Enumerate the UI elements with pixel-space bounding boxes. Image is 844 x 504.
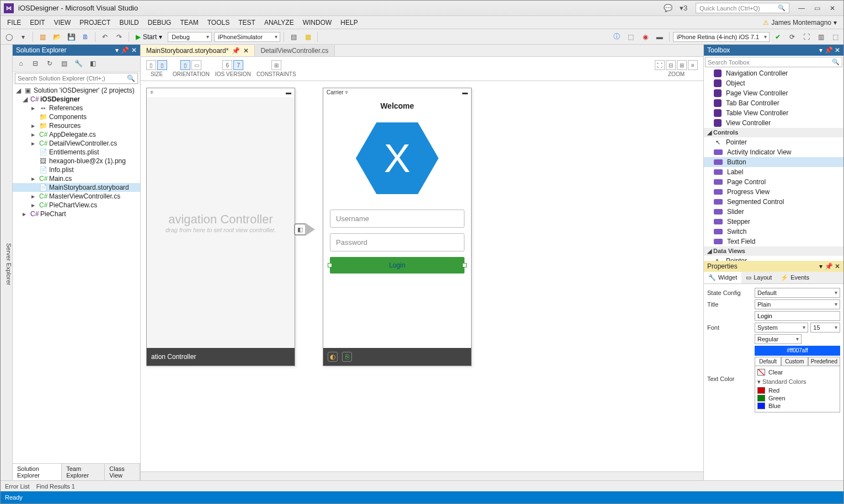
toolbar-icon[interactable]: ▥	[815, 31, 827, 43]
toolbox-item[interactable]: Button	[704, 157, 843, 167]
menu-file[interactable]: FILE	[3, 17, 25, 29]
menu-test[interactable]: TEST	[234, 17, 260, 29]
menu-analyze[interactable]: ANALYZE	[260, 17, 298, 29]
quick-launch-input[interactable]: Quick Launch (Ctrl+Q) 🔍	[696, 3, 789, 13]
undo-button[interactable]: ↶	[99, 31, 111, 43]
project-node[interactable]: ◢C#iOSDesigner	[13, 95, 140, 104]
toolbar-icon[interactable]: ⛶	[800, 31, 813, 43]
tree-item[interactable]: 📄Entitlements.plist	[13, 148, 140, 157]
tree-item[interactable]: 📁Components	[13, 112, 140, 121]
close-icon[interactable]: ✕	[243, 47, 249, 55]
toolbox-item[interactable]: View Controller	[704, 118, 843, 128]
tab-events[interactable]: ⚡Events	[776, 272, 814, 283]
solution-tree[interactable]: ◢▣Solution 'iOSDesigner' (2 projects) ◢C…	[13, 85, 140, 463]
open-file-button[interactable]: 📂	[51, 31, 63, 43]
menu-help[interactable]: HELP	[336, 17, 362, 29]
toolbar-icon[interactable]: ▬	[654, 31, 666, 43]
state-config-dropdown[interactable]: Default	[755, 288, 840, 298]
close-icon[interactable]: ✕	[131, 46, 137, 54]
server-explorer-collapsed[interactable]: Server Explorer	[1, 45, 13, 480]
toolbox-item[interactable]: Activity Indicator View	[704, 147, 843, 157]
info-icon[interactable]: ⓘ	[611, 31, 623, 43]
home-icon[interactable]: ⌂	[15, 57, 27, 69]
toolbox-item[interactable]: Object	[704, 78, 843, 88]
tree-item[interactable]: ▸C#MasterViewController.cs	[13, 192, 140, 201]
tree-item[interactable]: ▸C#PieChartView.cs	[13, 201, 140, 210]
solution-search-input[interactable]	[15, 73, 125, 83]
tab-solution-explorer[interactable]: Solution Explorer	[13, 464, 62, 480]
tree-item[interactable]: ▸📁Resources	[13, 121, 140, 130]
scene-icon[interactable]: ◐	[328, 352, 338, 362]
login-button[interactable]: Login	[330, 257, 464, 274]
tree-item[interactable]: ▸C#AppDelegate.cs	[13, 130, 140, 139]
nav-back-button[interactable]: ◯	[3, 31, 15, 43]
toolbar-icon[interactable]: ⟳	[786, 31, 798, 43]
tab-class-view[interactable]: Class View	[105, 464, 140, 480]
title-text-input[interactable]	[755, 311, 840, 321]
solution-node[interactable]: ◢▣Solution 'iOSDesigner' (2 projects)	[13, 86, 140, 95]
menu-team[interactable]: TEAM	[175, 17, 202, 29]
tree-item[interactable]: ▸▪▪References	[13, 104, 140, 112]
new-project-button[interactable]: ▥	[36, 31, 49, 43]
toolbox-item[interactable]: ↖Pointer	[704, 137, 843, 147]
menu-window[interactable]: WINDOW	[298, 17, 336, 29]
pin-icon[interactable]: 📌	[825, 46, 833, 54]
toolbox-category[interactable]: ◢ Controls	[704, 128, 843, 137]
menu-tools[interactable]: TOOLS	[203, 17, 234, 29]
toolbox-list[interactable]: Navigation ControllerObjectPage View Con…	[704, 68, 843, 261]
tab-widget[interactable]: 🔧Widget	[704, 272, 741, 283]
welcome-scene[interactable]: Carrier ᯤ▬ Welcome X Username Password L…	[323, 88, 472, 366]
toolbox-item[interactable]: Switch	[704, 227, 843, 237]
feedback-icon[interactable]: 💬	[661, 3, 675, 13]
storyboard-canvas[interactable]: ᯤ▬ avigation Controller drag from here t…	[141, 81, 703, 471]
exit-icon[interactable]: ⎘	[342, 352, 352, 362]
toolbox-item[interactable]: Text Field	[704, 237, 843, 246]
tab-layout[interactable]: ▭Layout	[741, 272, 776, 283]
toolbox-item[interactable]: Page View Controller	[704, 88, 843, 98]
toolbox-item[interactable]: Slider	[704, 207, 843, 217]
toolbox-item[interactable]: Navigation Controller	[704, 68, 843, 78]
color-tab-predefined[interactable]: Predefined	[808, 357, 840, 366]
menu-view[interactable]: VIEW	[50, 17, 76, 29]
menu-debug[interactable]: DEBUG	[143, 17, 176, 29]
username-placeholder[interactable]: Username	[330, 210, 464, 228]
toolbar-icon[interactable]: ⬚	[829, 31, 841, 43]
save-button[interactable]: 💾	[65, 31, 77, 43]
toolbox-item[interactable]: Page Control	[704, 177, 843, 187]
tab-team-explorer[interactable]: Team Explorer	[62, 464, 105, 480]
password-placeholder[interactable]: Password	[330, 233, 464, 251]
horizontal-scrollbar[interactable]	[141, 471, 703, 480]
restore-button[interactable]: ▭	[809, 3, 825, 14]
preview-icon[interactable]: ◧	[87, 57, 99, 69]
device-dropdown[interactable]: iPhone Retina (4-inch) iOS 7.1	[673, 32, 770, 42]
solution-search[interactable]: 🔍	[15, 73, 138, 84]
color-clear[interactable]: Clear	[757, 368, 837, 376]
font-weight-dropdown[interactable]: Regular	[755, 334, 802, 344]
close-button[interactable]: ✕	[825, 3, 840, 14]
toolbox-category[interactable]: ◢ Data Views	[704, 246, 843, 256]
toolbox-item[interactable]: Stepper	[704, 217, 843, 227]
toolbox-item[interactable]: Table View Controller	[704, 108, 843, 118]
project-node[interactable]: ▸C#PieChart	[13, 210, 140, 218]
tree-item[interactable]: ▸C#DetailViewController.cs	[13, 139, 140, 148]
size-group[interactable]: ▯▯ SIZE	[146, 60, 167, 77]
nav-fwd-button[interactable]: ▾	[17, 31, 29, 43]
toolbox-item[interactable]: Segmented Control	[704, 197, 843, 207]
font-family-dropdown[interactable]: System	[755, 323, 808, 333]
tab-error-list[interactable]: Error List	[5, 483, 30, 490]
close-icon[interactable]: ✕	[835, 262, 840, 270]
platform-dropdown[interactable]: iPhoneSimulator	[214, 32, 280, 42]
toolbox-search[interactable]: Search Toolbox🔍	[705, 57, 842, 67]
tree-item[interactable]: 📄MainStoryboard.storyboard	[13, 183, 140, 192]
tree-item[interactable]: ▸C#Main.cs	[13, 174, 140, 183]
toolbar-icon[interactable]: ⬚	[625, 31, 637, 43]
color-option[interactable]: Blue	[757, 402, 837, 410]
toolbar-icon[interactable]: ▤	[287, 31, 300, 43]
color-tab-custom[interactable]: Custom	[781, 357, 808, 366]
dropdown-icon[interactable]: ▾	[819, 46, 822, 54]
toolbox-item[interactable]: Tab Bar Controller	[704, 98, 843, 108]
zoom-group[interactable]: ⛶⊟⊞≡ ZOOM	[655, 60, 698, 77]
close-icon[interactable]: ✕	[835, 46, 840, 54]
show-all-icon[interactable]: ▤	[58, 57, 70, 69]
tab-storyboard[interactable]: MainStoryboard.storyboard*📌✕	[141, 45, 255, 56]
